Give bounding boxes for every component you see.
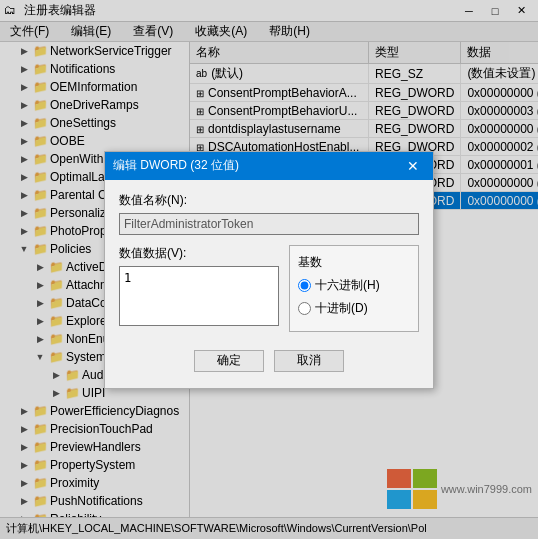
dialog-close-button[interactable]: ✕ [401, 154, 425, 178]
dialog-buttons: 确定 取消 [119, 342, 419, 376]
dec-radio[interactable] [298, 302, 311, 315]
value-label: 数值数据(V): [119, 245, 279, 262]
edit-dword-dialog: 编辑 DWORD (32 位值) ✕ 数值名称(N): 数值数据(V): 1 基… [104, 151, 434, 389]
cancel-button[interactable]: 取消 [274, 350, 344, 372]
hex-radio[interactable] [298, 279, 311, 292]
dec-radio-option[interactable]: 十进制(D) [298, 300, 410, 317]
value-input[interactable]: 1 [119, 266, 279, 326]
dialog-titlebar: 编辑 DWORD (32 位值) ✕ [105, 152, 433, 180]
ok-button[interactable]: 确定 [194, 350, 264, 372]
dialog-overlay: 编辑 DWORD (32 位值) ✕ 数值名称(N): 数值数据(V): 1 基… [0, 0, 538, 539]
hex-label: 十六进制(H) [315, 277, 380, 294]
value-base-row: 数值数据(V): 1 基数 十六进制(H) 十进制(D) [119, 245, 419, 332]
name-input[interactable] [119, 213, 419, 235]
value-group: 数值数据(V): 1 [119, 245, 279, 332]
dialog-title: 编辑 DWORD (32 位值) [113, 157, 401, 174]
base-group: 基数 十六进制(H) 十进制(D) [289, 245, 419, 332]
dialog-body: 数值名称(N): 数值数据(V): 1 基数 十六进制(H) 十进制(D) [105, 180, 433, 388]
hex-radio-option[interactable]: 十六进制(H) [298, 277, 410, 294]
name-label: 数值名称(N): [119, 192, 419, 209]
dec-label: 十进制(D) [315, 300, 368, 317]
base-label: 基数 [298, 254, 410, 271]
